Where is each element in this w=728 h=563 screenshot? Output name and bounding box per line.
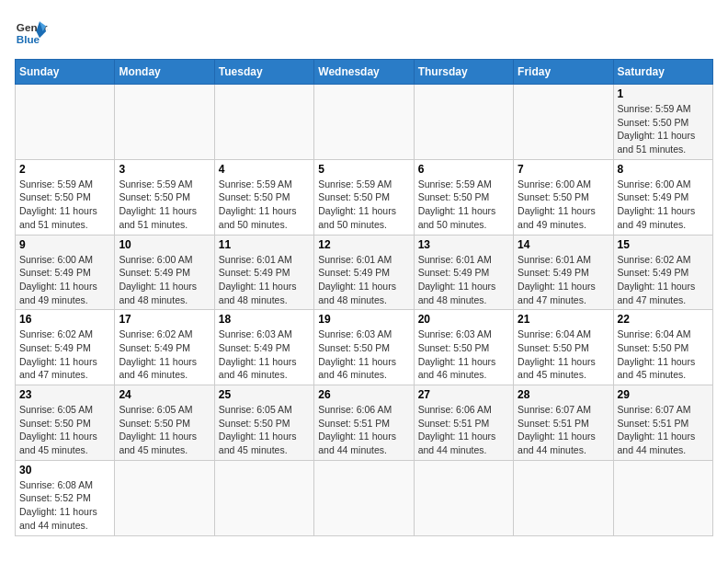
calendar-week-4: 23Sunrise: 6:05 AM Sunset: 5:50 PM Dayli…	[16, 385, 713, 461]
day-number: 3	[119, 163, 210, 176]
day-number: 6	[418, 163, 509, 176]
calendar-cell: 7Sunrise: 6:00 AM Sunset: 5:50 PM Daylig…	[514, 159, 613, 235]
weekday-header-sunday: Sunday	[16, 60, 115, 85]
weekday-header-wednesday: Wednesday	[314, 60, 414, 85]
day-info: Sunrise: 5:59 AM Sunset: 5:50 PM Dayligh…	[618, 102, 709, 156]
day-info: Sunrise: 6:04 AM Sunset: 5:50 PM Dayligh…	[618, 327, 709, 382]
day-info: Sunrise: 6:01 AM Sunset: 5:49 PM Dayligh…	[318, 253, 409, 307]
day-number: 15	[618, 238, 709, 251]
calendar-cell: 21Sunrise: 6:04 AM Sunset: 5:50 PM Dayli…	[514, 310, 613, 385]
day-number: 13	[418, 238, 509, 251]
day-number: 11	[219, 238, 310, 251]
weekday-row: SundayMondayTuesdayWednesdayThursdayFrid…	[16, 60, 713, 85]
day-info: Sunrise: 6:05 AM Sunset: 5:50 PM Dayligh…	[119, 403, 210, 457]
day-number: 10	[119, 238, 210, 251]
day-number: 5	[318, 163, 409, 176]
day-info: Sunrise: 6:00 AM Sunset: 5:49 PM Dayligh…	[119, 253, 210, 307]
calendar-cell	[514, 85, 613, 160]
weekday-header-monday: Monday	[115, 60, 214, 85]
calendar-cell: 11Sunrise: 6:01 AM Sunset: 5:49 PM Dayli…	[214, 235, 313, 310]
day-number: 8	[618, 163, 709, 176]
day-info: Sunrise: 6:01 AM Sunset: 5:49 PM Dayligh…	[219, 253, 310, 307]
calendar-week-2: 9Sunrise: 6:00 AM Sunset: 5:49 PM Daylig…	[16, 235, 713, 310]
calendar-cell	[16, 85, 115, 160]
calendar-cell: 10Sunrise: 6:00 AM Sunset: 5:49 PM Dayli…	[115, 235, 214, 310]
calendar-cell: 13Sunrise: 6:01 AM Sunset: 5:49 PM Dayli…	[414, 235, 513, 310]
day-info: Sunrise: 6:01 AM Sunset: 5:49 PM Dayligh…	[418, 253, 509, 307]
day-number: 2	[19, 163, 110, 176]
calendar-cell: 25Sunrise: 6:05 AM Sunset: 5:50 PM Dayli…	[214, 385, 313, 461]
day-number: 4	[219, 163, 310, 176]
calendar-cell	[314, 85, 414, 160]
day-number: 16	[19, 313, 110, 326]
day-info: Sunrise: 6:07 AM Sunset: 5:51 PM Dayligh…	[618, 403, 709, 457]
calendar-cell: 1Sunrise: 5:59 AM Sunset: 5:50 PM Daylig…	[613, 85, 712, 160]
day-number: 28	[518, 388, 609, 401]
calendar-cell	[613, 460, 712, 535]
day-info: Sunrise: 6:06 AM Sunset: 5:51 PM Dayligh…	[318, 403, 409, 457]
calendar-cell: 12Sunrise: 6:01 AM Sunset: 5:49 PM Dayli…	[314, 235, 414, 310]
calendar-cell	[214, 460, 313, 535]
calendar-cell: 26Sunrise: 6:06 AM Sunset: 5:51 PM Dayli…	[314, 385, 414, 461]
calendar-header: SundayMondayTuesdayWednesdayThursdayFrid…	[16, 60, 713, 85]
weekday-header-friday: Friday	[514, 60, 613, 85]
day-number: 20	[418, 313, 509, 326]
calendar-cell: 16Sunrise: 6:02 AM Sunset: 5:49 PM Dayli…	[16, 310, 115, 385]
calendar-cell	[214, 85, 313, 160]
day-info: Sunrise: 6:05 AM Sunset: 5:50 PM Dayligh…	[219, 403, 310, 457]
day-number: 30	[19, 464, 110, 477]
calendar-table: SundayMondayTuesdayWednesdayThursdayFrid…	[15, 59, 713, 536]
weekday-header-thursday: Thursday	[414, 60, 513, 85]
day-info: Sunrise: 6:06 AM Sunset: 5:51 PM Dayligh…	[418, 403, 509, 457]
calendar-cell: 20Sunrise: 6:03 AM Sunset: 5:50 PM Dayli…	[414, 310, 513, 385]
calendar-cell: 6Sunrise: 5:59 AM Sunset: 5:50 PM Daylig…	[414, 159, 513, 235]
calendar-cell: 22Sunrise: 6:04 AM Sunset: 5:50 PM Dayli…	[613, 310, 712, 385]
day-number: 24	[119, 388, 210, 401]
day-info: Sunrise: 6:03 AM Sunset: 5:50 PM Dayligh…	[318, 327, 409, 382]
calendar-week-1: 2Sunrise: 5:59 AM Sunset: 5:50 PM Daylig…	[16, 159, 713, 235]
calendar-cell	[514, 460, 613, 535]
day-number: 21	[518, 313, 609, 326]
day-number: 19	[318, 313, 409, 326]
calendar-cell: 8Sunrise: 6:00 AM Sunset: 5:49 PM Daylig…	[613, 159, 712, 235]
calendar-cell	[314, 460, 414, 535]
day-number: 27	[418, 388, 509, 401]
day-number: 7	[518, 163, 609, 176]
day-number: 23	[19, 388, 110, 401]
calendar-cell: 15Sunrise: 6:02 AM Sunset: 5:49 PM Dayli…	[613, 235, 712, 310]
weekday-header-tuesday: Tuesday	[214, 60, 313, 85]
day-number: 14	[518, 238, 609, 251]
calendar-cell: 4Sunrise: 5:59 AM Sunset: 5:50 PM Daylig…	[214, 159, 313, 235]
day-info: Sunrise: 5:59 AM Sunset: 5:50 PM Dayligh…	[418, 178, 509, 232]
calendar-cell: 14Sunrise: 6:01 AM Sunset: 5:49 PM Dayli…	[514, 235, 613, 310]
day-number: 22	[618, 313, 709, 326]
calendar-cell: 19Sunrise: 6:03 AM Sunset: 5:50 PM Dayli…	[314, 310, 414, 385]
day-info: Sunrise: 5:59 AM Sunset: 5:50 PM Dayligh…	[19, 178, 110, 232]
calendar-cell	[115, 85, 214, 160]
day-number: 12	[318, 238, 409, 251]
day-info: Sunrise: 6:03 AM Sunset: 5:49 PM Dayligh…	[219, 327, 310, 382]
calendar-cell	[115, 460, 214, 535]
calendar-cell: 18Sunrise: 6:03 AM Sunset: 5:49 PM Dayli…	[214, 310, 313, 385]
day-info: Sunrise: 6:05 AM Sunset: 5:50 PM Dayligh…	[19, 403, 110, 457]
calendar-cell: 3Sunrise: 5:59 AM Sunset: 5:50 PM Daylig…	[115, 159, 214, 235]
day-info: Sunrise: 6:01 AM Sunset: 5:49 PM Dayligh…	[518, 253, 609, 307]
page-header: General Blue	[15, 15, 713, 48]
day-number: 29	[618, 388, 709, 401]
day-info: Sunrise: 6:00 AM Sunset: 5:49 PM Dayligh…	[618, 178, 709, 232]
day-info: Sunrise: 6:08 AM Sunset: 5:52 PM Dayligh…	[19, 478, 110, 533]
calendar-cell	[414, 460, 513, 535]
logo: General Blue	[15, 15, 48, 48]
day-info: Sunrise: 6:02 AM Sunset: 5:49 PM Dayligh…	[19, 327, 110, 382]
day-number: 9	[19, 238, 110, 251]
day-info: Sunrise: 6:00 AM Sunset: 5:50 PM Dayligh…	[518, 178, 609, 232]
calendar-cell: 2Sunrise: 5:59 AM Sunset: 5:50 PM Daylig…	[16, 159, 115, 235]
calendar-body: 1Sunrise: 5:59 AM Sunset: 5:50 PM Daylig…	[16, 85, 713, 536]
day-info: Sunrise: 6:07 AM Sunset: 5:51 PM Dayligh…	[518, 403, 609, 457]
day-info: Sunrise: 6:04 AM Sunset: 5:50 PM Dayligh…	[518, 327, 609, 382]
logo-icon: General Blue	[15, 15, 48, 48]
day-number: 25	[219, 388, 310, 401]
day-number: 1	[618, 87, 709, 100]
calendar-cell: 17Sunrise: 6:02 AM Sunset: 5:49 PM Dayli…	[115, 310, 214, 385]
calendar-week-0: 1Sunrise: 5:59 AM Sunset: 5:50 PM Daylig…	[16, 85, 713, 160]
